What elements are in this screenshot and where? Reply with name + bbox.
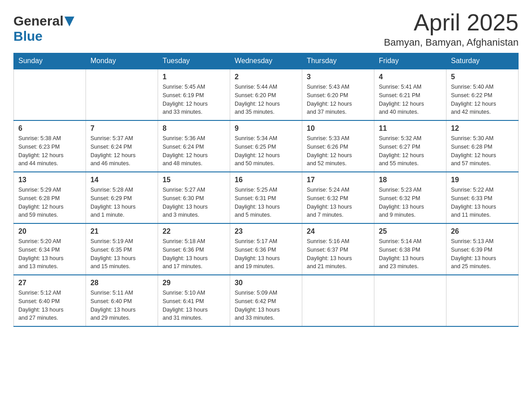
day-info: Sunrise: 5:30 AMSunset: 6:28 PMDaylight:…	[451, 134, 514, 168]
calendar-cell: 26Sunrise: 5:13 AMSunset: 6:39 PMDayligh…	[446, 223, 519, 275]
day-number: 25	[379, 227, 442, 235]
day-number: 26	[451, 227, 514, 235]
title-section: April 2025 Bamyan, Bamyan, Afghanistan	[384, 9, 519, 48]
calendar-table: SundayMondayTuesdayWednesdayThursdayFrid…	[13, 53, 519, 327]
day-number: 22	[163, 227, 225, 235]
day-number: 2	[235, 73, 297, 81]
day-info: Sunrise: 5:14 AMSunset: 6:38 PMDaylight:…	[379, 237, 442, 271]
day-number: 10	[307, 124, 369, 133]
calendar-cell: 5Sunrise: 5:40 AMSunset: 6:22 PMDaylight…	[446, 69, 519, 120]
day-info: Sunrise: 5:17 AMSunset: 6:36 PMDaylight:…	[235, 237, 297, 271]
calendar-cell: 16Sunrise: 5:25 AMSunset: 6:31 PMDayligh…	[230, 172, 302, 223]
day-number: 12	[451, 124, 514, 133]
day-number: 29	[163, 279, 225, 287]
calendar-week-row: 13Sunrise: 5:29 AMSunset: 6:28 PMDayligh…	[14, 172, 519, 223]
month-title: April 2025	[384, 9, 519, 36]
day-info: Sunrise: 5:40 AMSunset: 6:22 PMDaylight:…	[451, 83, 514, 116]
calendar-cell: 14Sunrise: 5:28 AMSunset: 6:29 PMDayligh…	[86, 172, 158, 223]
day-info: Sunrise: 5:28 AMSunset: 6:29 PMDaylight:…	[90, 186, 153, 219]
day-info: Sunrise: 5:22 AMSunset: 6:33 PMDaylight:…	[451, 186, 514, 219]
day-number: 9	[235, 124, 297, 133]
page-header: General Blue April 2025 Bamyan, Bamyan, …	[13, 9, 519, 48]
calendar-cell: 8Sunrise: 5:36 AMSunset: 6:24 PMDaylight…	[158, 120, 230, 172]
day-number: 3	[307, 73, 369, 81]
calendar-cell	[302, 275, 374, 326]
day-number: 21	[90, 227, 153, 235]
day-info: Sunrise: 5:38 AMSunset: 6:23 PMDaylight:…	[18, 134, 81, 168]
column-header-sunday: Sunday	[14, 53, 86, 69]
day-number: 14	[90, 176, 153, 184]
calendar-week-row: 6Sunrise: 5:38 AMSunset: 6:23 PMDaylight…	[14, 120, 519, 172]
logo: General Blue	[13, 13, 74, 44]
day-number: 24	[307, 227, 369, 235]
logo-blue: Blue	[13, 29, 43, 43]
calendar-cell: 24Sunrise: 5:16 AMSunset: 6:37 PMDayligh…	[302, 223, 374, 275]
calendar-cell: 9Sunrise: 5:34 AMSunset: 6:25 PMDaylight…	[230, 120, 302, 172]
column-header-wednesday: Wednesday	[230, 53, 302, 69]
calendar-cell: 28Sunrise: 5:11 AMSunset: 6:40 PMDayligh…	[86, 275, 158, 326]
svg-marker-0	[64, 17, 74, 26]
logo-arrow-icon	[64, 17, 74, 26]
day-info: Sunrise: 5:09 AMSunset: 6:42 PMDaylight:…	[235, 289, 297, 322]
column-header-saturday: Saturday	[446, 53, 519, 69]
calendar-cell: 21Sunrise: 5:19 AMSunset: 6:35 PMDayligh…	[86, 223, 158, 275]
day-number: 4	[379, 73, 442, 81]
calendar-cell: 23Sunrise: 5:17 AMSunset: 6:36 PMDayligh…	[230, 223, 302, 275]
day-number: 13	[18, 176, 81, 184]
calendar-cell: 1Sunrise: 5:45 AMSunset: 6:19 PMDaylight…	[158, 69, 230, 120]
calendar-cell	[86, 69, 158, 120]
day-number: 18	[379, 176, 442, 184]
day-number: 7	[90, 124, 153, 133]
day-number: 19	[451, 176, 514, 184]
day-number: 28	[90, 279, 153, 287]
column-header-monday: Monday	[86, 53, 158, 69]
day-number: 27	[18, 279, 81, 287]
day-info: Sunrise: 5:25 AMSunset: 6:31 PMDaylight:…	[235, 186, 297, 219]
day-info: Sunrise: 5:45 AMSunset: 6:19 PMDaylight:…	[163, 83, 225, 116]
day-number: 20	[18, 227, 81, 235]
calendar-cell: 20Sunrise: 5:20 AMSunset: 6:34 PMDayligh…	[14, 223, 86, 275]
day-info: Sunrise: 5:13 AMSunset: 6:39 PMDaylight:…	[451, 237, 514, 271]
day-number: 16	[235, 176, 297, 184]
day-info: Sunrise: 5:20 AMSunset: 6:34 PMDaylight:…	[18, 237, 81, 271]
day-info: Sunrise: 5:32 AMSunset: 6:27 PMDaylight:…	[379, 134, 442, 168]
calendar-cell: 27Sunrise: 5:12 AMSunset: 6:40 PMDayligh…	[14, 275, 86, 326]
calendar-cell: 12Sunrise: 5:30 AMSunset: 6:28 PMDayligh…	[446, 120, 519, 172]
day-number: 17	[307, 176, 369, 184]
day-info: Sunrise: 5:43 AMSunset: 6:20 PMDaylight:…	[307, 83, 369, 116]
day-info: Sunrise: 5:27 AMSunset: 6:30 PMDaylight:…	[163, 186, 225, 219]
day-info: Sunrise: 5:19 AMSunset: 6:35 PMDaylight:…	[90, 237, 153, 271]
calendar-week-row: 27Sunrise: 5:12 AMSunset: 6:40 PMDayligh…	[14, 275, 519, 326]
calendar-header-row: SundayMondayTuesdayWednesdayThursdayFrid…	[14, 53, 519, 69]
calendar-cell: 30Sunrise: 5:09 AMSunset: 6:42 PMDayligh…	[230, 275, 302, 326]
day-info: Sunrise: 5:16 AMSunset: 6:37 PMDaylight:…	[307, 237, 369, 271]
day-number: 23	[235, 227, 297, 235]
day-number: 1	[163, 73, 225, 81]
calendar-cell: 10Sunrise: 5:33 AMSunset: 6:26 PMDayligh…	[302, 120, 374, 172]
calendar-cell	[374, 275, 446, 326]
calendar-cell: 29Sunrise: 5:10 AMSunset: 6:41 PMDayligh…	[158, 275, 230, 326]
calendar-cell: 3Sunrise: 5:43 AMSunset: 6:20 PMDaylight…	[302, 69, 374, 120]
calendar-cell: 18Sunrise: 5:23 AMSunset: 6:32 PMDayligh…	[374, 172, 446, 223]
calendar-cell: 6Sunrise: 5:38 AMSunset: 6:23 PMDaylight…	[14, 120, 86, 172]
column-header-friday: Friday	[374, 53, 446, 69]
day-info: Sunrise: 5:33 AMSunset: 6:26 PMDaylight:…	[307, 134, 369, 168]
calendar-week-row: 1Sunrise: 5:45 AMSunset: 6:19 PMDaylight…	[14, 69, 519, 120]
day-info: Sunrise: 5:11 AMSunset: 6:40 PMDaylight:…	[90, 289, 153, 322]
day-number: 30	[235, 279, 297, 287]
calendar-cell: 15Sunrise: 5:27 AMSunset: 6:30 PMDayligh…	[158, 172, 230, 223]
column-header-thursday: Thursday	[302, 53, 374, 69]
day-info: Sunrise: 5:34 AMSunset: 6:25 PMDaylight:…	[235, 134, 297, 168]
day-info: Sunrise: 5:18 AMSunset: 6:36 PMDaylight:…	[163, 237, 225, 271]
day-number: 6	[18, 124, 81, 133]
calendar-cell: 7Sunrise: 5:37 AMSunset: 6:24 PMDaylight…	[86, 120, 158, 172]
column-header-tuesday: Tuesday	[158, 53, 230, 69]
day-number: 8	[163, 124, 225, 133]
calendar-cell: 22Sunrise: 5:18 AMSunset: 6:36 PMDayligh…	[158, 223, 230, 275]
day-info: Sunrise: 5:29 AMSunset: 6:28 PMDaylight:…	[18, 186, 81, 219]
day-info: Sunrise: 5:41 AMSunset: 6:21 PMDaylight:…	[379, 83, 442, 116]
day-info: Sunrise: 5:10 AMSunset: 6:41 PMDaylight:…	[163, 289, 225, 322]
calendar-cell	[446, 275, 519, 326]
location-title: Bamyan, Bamyan, Afghanistan	[384, 37, 519, 48]
day-number: 11	[379, 124, 442, 133]
